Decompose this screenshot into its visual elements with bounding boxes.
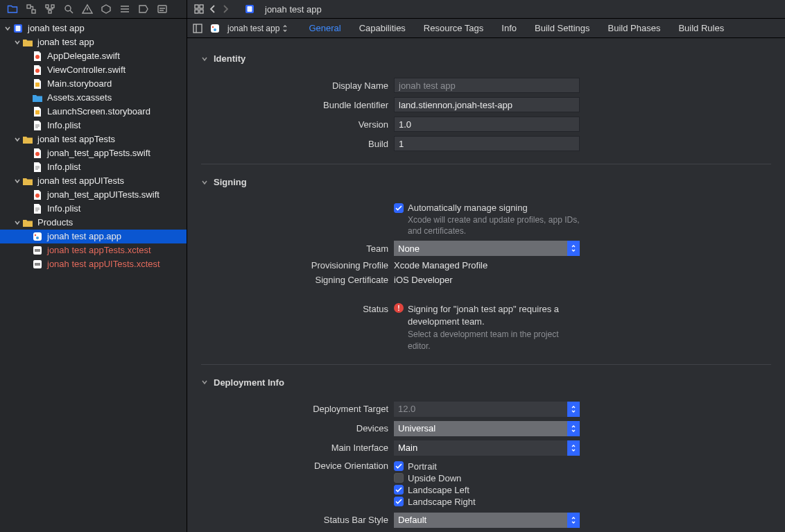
chevron-down-icon[interactable]	[4, 25, 11, 32]
tree-row-project[interactable]: jonah test app	[0, 22, 187, 35]
signing-cert-value: iOS Developer	[394, 275, 453, 285]
tree-row-file[interactable]: Info.plist	[0, 160, 187, 174]
tree-label: jonah_test_appTests.swift	[47, 146, 150, 160]
toggle-targets-list-icon[interactable]	[193, 24, 202, 33]
breadcrumb[interactable]: jonah test app	[265, 4, 322, 15]
tree-label: jonah test app.app	[47, 230, 121, 243]
tree-row-file[interactable]: Info.plist	[0, 202, 187, 216]
tree-row-file[interactable]: Info.plist	[0, 119, 187, 132]
tree-row-file[interactable]: Main.storyboard	[0, 77, 187, 91]
version-input[interactable]	[394, 117, 580, 132]
label-build: Build	[201, 139, 388, 149]
build-input[interactable]	[394, 136, 580, 151]
tree-row-product[interactable]: jonah test appTests.xctest	[0, 243, 187, 257]
bundle-id-input[interactable]	[394, 97, 580, 112]
history-forward-icon[interactable]	[222, 5, 229, 13]
history-back-icon[interactable]	[209, 5, 216, 13]
tab-capabilities[interactable]: Capabilities	[359, 23, 406, 33]
orientation-portrait-checkbox[interactable]	[394, 461, 404, 471]
tree-row-group[interactable]: jonah test appUITests	[0, 174, 187, 188]
tree-row-group[interactable]: jonah test appTests	[0, 132, 187, 146]
deployment-target-combo[interactable]: 12.0	[394, 402, 580, 417]
tab-build-rules[interactable]: Build Rules	[678, 23, 724, 33]
tree-row-group[interactable]: Products	[0, 216, 187, 230]
row-build: Build	[201, 136, 771, 151]
label-devices: Devices	[201, 423, 388, 434]
chevron-down-icon[interactable]	[14, 178, 21, 185]
project-navigator: jonah test app jonah test app AppDelegat…	[0, 0, 187, 532]
row-statusbar-style: Status Bar Style Default	[201, 513, 771, 528]
xcodeproj-icon	[12, 23, 24, 34]
tree-label: AppDelegate.swift	[47, 49, 120, 63]
main-interface-combo[interactable]: Main	[394, 440, 580, 456]
devices-select[interactable]: Universal	[394, 421, 580, 436]
tree-label: jonah test app	[37, 35, 94, 49]
label-orientation: Device Orientation	[201, 460, 388, 471]
chevron-down-icon[interactable]	[14, 136, 21, 143]
statusbar-style-select[interactable]: Default	[394, 513, 580, 528]
svg-point-5	[65, 6, 71, 11]
tree-row-file[interactable]: jonah_test_appUITests.swift	[0, 188, 187, 202]
chevron-down-icon[interactable]	[14, 219, 21, 226]
plist-file-icon	[32, 120, 43, 131]
auto-signing-checkbox[interactable]	[394, 203, 404, 213]
row-version: Version	[201, 117, 771, 132]
related-items-icon[interactable]	[194, 4, 204, 14]
row-orientation: Device Orientation Portrait Upside Down …	[201, 460, 771, 508]
swift-file-icon	[32, 65, 43, 76]
tree-row-file[interactable]: AppDelegate.swift	[0, 49, 187, 63]
swift-file-icon	[32, 189, 43, 200]
display-name-input[interactable]	[394, 78, 580, 93]
project-tabs: General Capabilities Resource Tags Info …	[309, 23, 724, 33]
tree-row-product[interactable]: jonah test appUITests.xctest	[0, 257, 187, 271]
tab-resource-tags[interactable]: Resource Tags	[424, 23, 483, 33]
svg-rect-25	[200, 10, 203, 13]
svg-point-10	[35, 69, 40, 73]
tab-general[interactable]: General	[309, 23, 340, 33]
tab-build-settings[interactable]: Build Settings	[535, 23, 590, 33]
select-caret-icon	[567, 241, 580, 256]
auto-signing-note: Xcode will create and update profiles, a…	[408, 214, 588, 237]
orientation-right-checkbox[interactable]	[394, 497, 404, 506]
tree-label: Main.storyboard	[47, 77, 112, 91]
tree-row-file[interactable]: Assets.xcassets	[0, 91, 187, 105]
chevron-down-icon[interactable]	[14, 39, 21, 46]
target-popup[interactable]: jonah test app	[208, 23, 289, 34]
source-control-icon[interactable]	[26, 3, 37, 15]
tree-row-group[interactable]: jonah test app	[0, 35, 187, 49]
tests-nav-icon[interactable]	[101, 3, 112, 15]
team-select[interactable]: None	[394, 241, 580, 256]
tab-info[interactable]: Info	[501, 23, 517, 33]
reports-nav-icon[interactable]	[157, 3, 168, 15]
section-identity-header[interactable]: Identity	[201, 53, 771, 64]
tree-row-file[interactable]: jonah_test_appTests.swift	[0, 146, 187, 160]
debug-nav-icon[interactable]	[119, 3, 130, 15]
chevron-down-icon	[201, 379, 208, 386]
issues-nav-icon[interactable]	[82, 3, 93, 15]
tree-label: Info.plist	[47, 119, 80, 132]
breakpoints-nav-icon[interactable]	[138, 3, 149, 15]
plist-file-icon	[32, 203, 43, 214]
orientation-left-checkbox[interactable]	[394, 485, 404, 495]
section-deployment-header[interactable]: Deployment Info	[201, 377, 771, 388]
label-provisioning-profile: Provisioning Profile	[201, 260, 388, 271]
symbol-nav-icon[interactable]	[44, 3, 55, 15]
find-nav-icon[interactable]	[63, 3, 74, 15]
orientation-upside-checkbox[interactable]	[394, 473, 404, 483]
tree-row-file[interactable]: LaunchScreen.storyboard	[0, 105, 187, 119]
section-title: Identity	[214, 53, 245, 64]
project-tree: jonah test app jonah test app AppDelegat…	[0, 19, 187, 532]
tab-build-phases[interactable]: Build Phases	[608, 23, 661, 33]
row-signing-cert: Signing Certificate iOS Developer	[201, 275, 771, 285]
folder-nav-icon[interactable]	[7, 3, 18, 15]
folder-icon	[22, 37, 33, 48]
label-main-interface: Main Interface	[201, 443, 388, 453]
label-status: Status	[201, 303, 388, 314]
svg-point-16	[35, 234, 36, 236]
row-team: Team None	[201, 241, 771, 256]
app-product-icon	[32, 231, 43, 242]
section-signing-header[interactable]: Signing	[201, 177, 771, 187]
tree-row-file[interactable]: ViewController.swift	[0, 63, 187, 77]
tree-row-product[interactable]: jonah test app.app	[0, 230, 187, 243]
storyboard-file-icon	[32, 106, 43, 117]
